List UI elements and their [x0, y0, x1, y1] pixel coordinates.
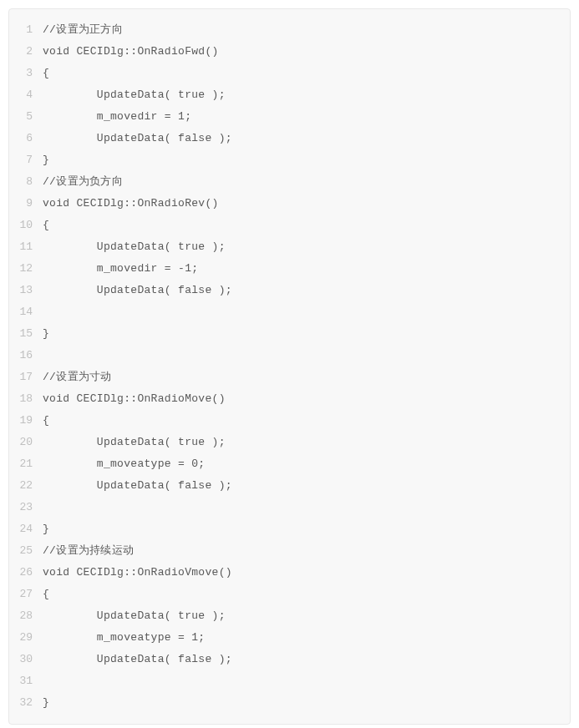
code-line: 31 [9, 670, 570, 692]
line-number: 17 [9, 367, 43, 388]
line-number: 4 [9, 84, 43, 106]
line-content: UpdateData( true ); [43, 432, 570, 453]
line-content: m_moveatype = 0; [43, 453, 570, 475]
code-line: 19 { [9, 410, 570, 432]
line-number: 10 [9, 215, 43, 236]
code-line: 17 //设置为寸动 [9, 367, 570, 388]
code-line: 2 void CECIDlg::OnRadioFwd() [9, 41, 570, 63]
line-content: } [43, 149, 570, 171]
code-line: 20 UpdateData( true ); [9, 432, 570, 453]
code-line: 28 UpdateData( true ); [9, 605, 570, 627]
line-number: 14 [9, 301, 43, 323]
code-line: 27 { [9, 584, 570, 605]
code-line: 13 UpdateData( false ); [9, 280, 570, 301]
line-content: //设置为寸动 [43, 367, 570, 388]
line-number: 15 [9, 323, 43, 345]
code-line: 24 } [9, 518, 570, 540]
code-line: 32 } [9, 692, 570, 714]
line-content: { [43, 215, 570, 236]
code-line: 11 UpdateData( true ); [9, 236, 570, 258]
line-number: 32 [9, 692, 43, 714]
line-content: { [43, 63, 570, 84]
code-line: 25 //设置为持续运动 [9, 540, 570, 562]
line-number: 12 [9, 258, 43, 280]
line-number: 27 [9, 584, 43, 605]
code-line: 12 m_movedir = -1; [9, 258, 570, 280]
code-line: 22 UpdateData( false ); [9, 475, 570, 497]
code-line: 3 { [9, 63, 570, 84]
line-number: 28 [9, 605, 43, 627]
line-content: //设置为正方向 [43, 19, 570, 41]
line-number: 7 [9, 149, 43, 171]
line-number: 13 [9, 280, 43, 301]
line-number: 24 [9, 518, 43, 540]
line-content: //设置为负方向 [43, 171, 570, 193]
line-number: 6 [9, 128, 43, 149]
line-content: void CECIDlg::OnRadioFwd() [43, 41, 570, 63]
code-line: 4 UpdateData( true ); [9, 84, 570, 106]
line-number: 18 [9, 388, 43, 410]
line-number: 25 [9, 540, 43, 562]
line-number: 8 [9, 171, 43, 193]
code-line: 23 [9, 497, 570, 518]
line-number: 1 [9, 19, 43, 41]
line-content: UpdateData( true ); [43, 236, 570, 258]
line-content: } [43, 518, 570, 540]
line-number: 31 [9, 670, 43, 692]
line-content: { [43, 584, 570, 605]
code-line: 8 //设置为负方向 [9, 171, 570, 193]
line-number: 2 [9, 41, 43, 63]
line-number: 11 [9, 236, 43, 258]
line-number: 26 [9, 562, 43, 584]
code-line: 26 void CECIDlg::OnRadioVmove() [9, 562, 570, 584]
code-line: 5 m_movedir = 1; [9, 106, 570, 128]
code-block: 1 //设置为正方向 2 void CECIDlg::OnRadioFwd() … [8, 8, 571, 725]
line-content: UpdateData( true ); [43, 84, 570, 106]
line-number: 20 [9, 432, 43, 453]
line-number: 3 [9, 63, 43, 84]
line-content: } [43, 692, 570, 714]
line-content: m_movedir = 1; [43, 106, 570, 128]
code-line: 10 { [9, 215, 570, 236]
code-line: 15 } [9, 323, 570, 345]
line-content: UpdateData( false ); [43, 649, 570, 670]
code-line: 6 UpdateData( false ); [9, 128, 570, 149]
code-line: 30 UpdateData( false ); [9, 649, 570, 670]
code-line: 14 [9, 301, 570, 323]
line-number: 19 [9, 410, 43, 432]
line-number: 16 [9, 345, 43, 367]
line-number: 30 [9, 649, 43, 670]
code-line: 18 void CECIDlg::OnRadioMove() [9, 388, 570, 410]
line-content: void CECIDlg::OnRadioRev() [43, 193, 570, 215]
line-content: UpdateData( false ); [43, 128, 570, 149]
code-line: 7 } [9, 149, 570, 171]
code-line: 16 [9, 345, 570, 367]
code-line: 1 //设置为正方向 [9, 19, 570, 41]
line-number: 22 [9, 475, 43, 497]
line-number: 5 [9, 106, 43, 128]
line-content: } [43, 323, 570, 345]
code-line: 9 void CECIDlg::OnRadioRev() [9, 193, 570, 215]
line-content: UpdateData( false ); [43, 280, 570, 301]
code-line: 29 m_moveatype = 1; [9, 627, 570, 649]
line-content: UpdateData( true ); [43, 605, 570, 627]
line-content: m_movedir = -1; [43, 258, 570, 280]
line-content: UpdateData( false ); [43, 475, 570, 497]
line-number: 29 [9, 627, 43, 649]
line-number: 9 [9, 193, 43, 215]
line-content: { [43, 410, 570, 432]
line-content: m_moveatype = 1; [43, 627, 570, 649]
line-content: //设置为持续运动 [43, 540, 570, 562]
code-line: 21 m_moveatype = 0; [9, 453, 570, 475]
line-content: void CECIDlg::OnRadioMove() [43, 388, 570, 410]
line-content: void CECIDlg::OnRadioVmove() [43, 562, 570, 584]
line-number: 21 [9, 453, 43, 475]
line-number: 23 [9, 497, 43, 518]
